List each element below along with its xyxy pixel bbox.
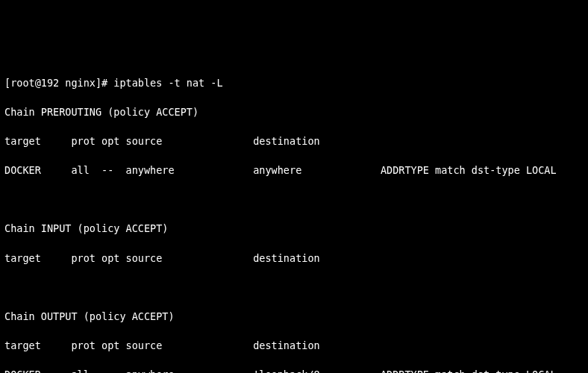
chain-output-rule: DOCKER all -- anywhere !loopback/8 ADDRT… [4,368,584,373]
terminal-output: [root@192 nginx]# iptables -t nat -L Cha… [4,61,584,373]
shell-prompt: [root@192 nginx]# [4,77,113,89]
chain-input-header: target prot opt source destination [4,251,584,266]
chain-prerouting-rule: DOCKER all -- anywhere anywhere ADDRTYPE… [4,163,584,178]
command-line-1: [root@192 nginx]# iptables -t nat -L [4,76,584,91]
command-text: iptables -t nat -L [113,77,222,89]
chain-prerouting-header: target prot opt source destination [4,134,584,149]
blank-line [4,280,584,295]
chain-prerouting-title: Chain PREROUTING (policy ACCEPT) [4,105,584,120]
blank-line [4,192,584,207]
chain-input-title: Chain INPUT (policy ACCEPT) [4,222,584,236]
chain-output-header: target prot opt source destination [4,339,584,354]
chain-output-title: Chain OUTPUT (policy ACCEPT) [4,310,584,325]
